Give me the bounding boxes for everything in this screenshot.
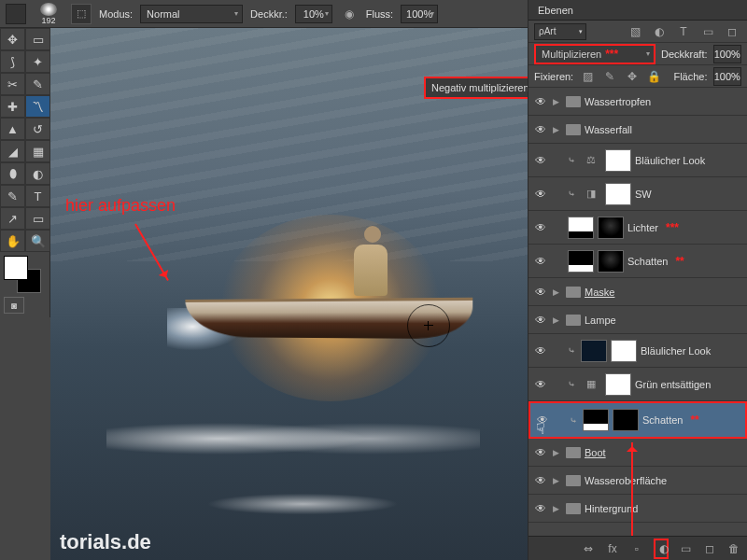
visibility-icon[interactable]: 👁	[532, 446, 549, 459]
new-adjustment-icon[interactable]: ◐	[654, 539, 669, 559]
layer-group-wassertropfen[interactable]: 👁 ▶ Wassertropfen	[529, 88, 747, 116]
crop-tool[interactable]: ✂	[0, 73, 25, 95]
layers-tab[interactable]: Ebenen	[529, 0, 747, 21]
marquee-tool[interactable]: ▭	[25, 28, 50, 50]
zoom-tool[interactable]: 🔍	[25, 230, 50, 252]
layer-group-maske[interactable]: 👁 ▶ Maske	[529, 278, 747, 306]
lock-pixels-icon[interactable]: ✎	[601, 67, 618, 86]
filter-type-icon[interactable]: T	[674, 22, 693, 41]
lock-position-icon[interactable]: ✥	[624, 67, 641, 86]
visibility-icon[interactable]: 👁	[532, 255, 549, 268]
layer-adj-blaulich[interactable]: 👁 ⤷ ⚖ Bläulicher Look	[529, 144, 747, 177]
filter-kind-dropdown[interactable]: ρ Art	[534, 23, 586, 40]
new-layer-icon[interactable]: ◻	[702, 542, 717, 555]
layer-group-lampe[interactable]: 👁 ▶ Lampe	[529, 306, 747, 334]
twisty-icon[interactable]: ▶	[553, 448, 562, 457]
history-brush-tool[interactable]: ↺	[25, 118, 50, 140]
healing-tool[interactable]: ✚	[0, 95, 25, 118]
magic-wand-tool[interactable]: ✦	[25, 50, 50, 73]
filter-smart-icon[interactable]: ◻	[723, 22, 741, 41]
visibility-icon[interactable]: 👁	[532, 221, 549, 234]
layer-group-wasserfall[interactable]: 👁 ▶ Wasserfall	[529, 116, 747, 144]
lasso-tool[interactable]: ⟆	[0, 50, 25, 73]
mask-thumb[interactable]	[605, 183, 631, 205]
curves-thumb[interactable]	[583, 409, 609, 431]
mask-thumb[interactable]	[598, 250, 624, 273]
layer-adj-gruen[interactable]: 👁 ⤷ ▦ Grün entsättigen	[529, 368, 747, 401]
brush-tool[interactable]: 〽	[25, 95, 50, 118]
mask-thumb[interactable]	[605, 373, 631, 396]
blend-mode-dropdown[interactable]: Normal	[140, 5, 243, 23]
path-select-tool[interactable]: ↗	[0, 207, 25, 230]
twisty-icon[interactable]: ▶	[553, 287, 562, 297]
layer-curves-schatten[interactable]: 👁 Schatten **	[529, 245, 747, 278]
twisty-icon[interactable]: ▶	[553, 504, 562, 513]
visibility-icon[interactable]: 👁	[532, 154, 549, 167]
visibility-icon[interactable]: 👁	[532, 188, 549, 201]
layer-adj-sw[interactable]: 👁 ⤷ ◨ SW	[529, 177, 747, 211]
layer-blend-dropdown[interactable]: Multiplizieren ***	[534, 44, 655, 64]
gradient-tool[interactable]: ▦	[25, 140, 50, 162]
lock-all-icon[interactable]: 🔒	[646, 67, 663, 86]
canvas-blend-dropdown[interactable]: Negativ multiplizieren ***	[424, 77, 528, 99]
curves-thumb[interactable]	[568, 217, 594, 239]
layer-curves-schatten-selected[interactable]: 👁 ⤷ Schatten **	[529, 401, 747, 439]
lock-transparent-icon[interactable]: ▨	[579, 67, 596, 86]
visibility-icon[interactable]: 👁	[532, 344, 549, 357]
mask-thumb[interactable]	[611, 340, 637, 362]
add-mask-icon[interactable]: ▫	[629, 542, 644, 555]
shape-tool[interactable]: ▭	[25, 207, 50, 230]
stamp-tool[interactable]: ▲	[0, 118, 25, 140]
visibility-icon[interactable]: 👁	[532, 95, 549, 108]
mask-thumb[interactable]	[598, 217, 624, 239]
mask-thumb[interactable]	[605, 149, 631, 172]
layer-group-boot[interactable]: 👁 ▶ Boot	[529, 439, 747, 467]
new-group-icon[interactable]: ▭	[678, 542, 693, 555]
delete-layer-icon[interactable]: 🗑	[726, 542, 741, 555]
twisty-icon[interactable]: ▶	[553, 315, 562, 325]
move-tool[interactable]: ✥	[0, 28, 25, 50]
layer-adj-blaulich2[interactable]: 👁 ⤷ Bläulicher Look	[529, 334, 747, 368]
brush-panel-toggle-icon[interactable]: ⬚	[71, 4, 92, 24]
brush-preset-picker[interactable]: 192	[34, 1, 63, 27]
document-canvas[interactable]: hier aufpassen Negativ multiplizieren **…	[50, 28, 528, 560]
fx-icon[interactable]: fx	[605, 542, 620, 555]
color-swatches[interactable]	[4, 256, 41, 293]
dodge-tool[interactable]: ◐	[25, 162, 50, 185]
layer-curves-lichter[interactable]: 👁 Lichter ***	[529, 211, 747, 245]
visibility-icon[interactable]: 👁	[532, 378, 549, 391]
visibility-icon[interactable]: 👁	[532, 474, 549, 487]
pen-tool[interactable]: ✎	[0, 185, 25, 207]
layer-group-wasserober[interactable]: 👁 ▶ Wasseroberfläche	[529, 467, 747, 495]
blend-row: Multiplizieren *** Deckkraft: 100%	[529, 43, 747, 65]
filter-shape-icon[interactable]: ▭	[698, 22, 717, 41]
adj-thumb[interactable]	[581, 340, 607, 362]
layer-opacity-input[interactable]: 100%	[713, 45, 742, 63]
eyedropper-tool[interactable]: ✎	[25, 73, 50, 95]
quick-mask-toggle[interactable]: ◙	[4, 297, 24, 314]
flow-input[interactable]: 100%	[401, 5, 438, 23]
visibility-icon[interactable]: 👁	[532, 286, 549, 299]
link-layers-icon[interactable]: ⇔	[581, 542, 596, 555]
visibility-icon[interactable]: 👁	[532, 502, 549, 515]
filter-pixel-icon[interactable]: ▧	[626, 22, 644, 41]
visibility-icon[interactable]: 👁	[532, 123, 549, 136]
visibility-icon[interactable]: 👁	[532, 314, 549, 327]
hand-tool[interactable]: ✋	[0, 230, 25, 252]
twisty-icon[interactable]: ▶	[553, 97, 562, 106]
twisty-icon[interactable]: ▶	[553, 125, 562, 134]
fill-input[interactable]: 100%	[713, 67, 742, 86]
pressure-opacity-icon[interactable]: ◉	[340, 5, 359, 23]
fisherman-figure	[354, 226, 391, 301]
filter-adj-icon[interactable]: ◐	[650, 22, 669, 41]
blur-tool[interactable]: ⬮	[0, 162, 25, 185]
curves-thumb[interactable]	[568, 250, 594, 273]
foreground-color[interactable]	[4, 256, 28, 280]
opacity-input[interactable]: 10%	[295, 5, 332, 23]
mask-thumb[interactable]	[613, 409, 639, 431]
layer-group-hintergrund[interactable]: 👁 ▶ Hintergrund	[529, 495, 747, 523]
twisty-icon[interactable]: ▶	[553, 476, 562, 485]
eraser-tool[interactable]: ◢	[0, 140, 25, 162]
tool-preset-picker[interactable]	[6, 4, 26, 24]
type-tool[interactable]: T	[25, 185, 50, 207]
